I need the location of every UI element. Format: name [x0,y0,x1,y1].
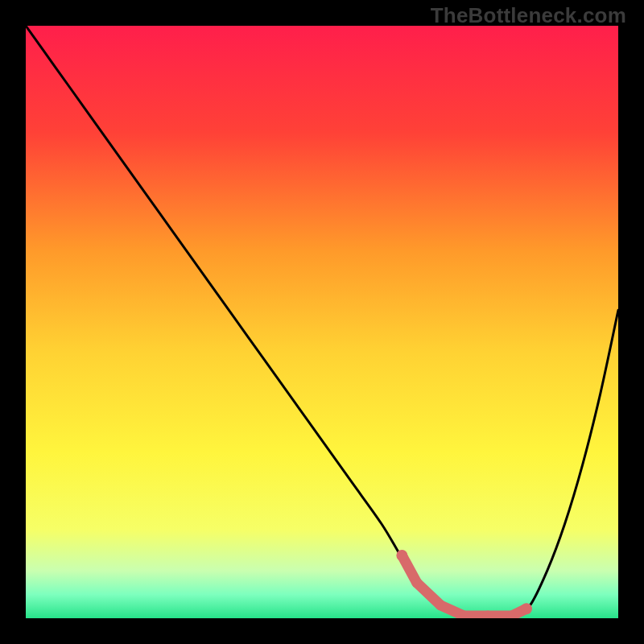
chart-frame: TheBottleneck.com [0,0,644,644]
watermark-text: TheBottleneck.com [431,3,626,28]
chart-plot [26,26,618,618]
svg-point-7 [521,603,532,614]
chart-background [26,26,618,618]
chart-svg [26,26,618,618]
svg-point-6 [396,550,407,561]
